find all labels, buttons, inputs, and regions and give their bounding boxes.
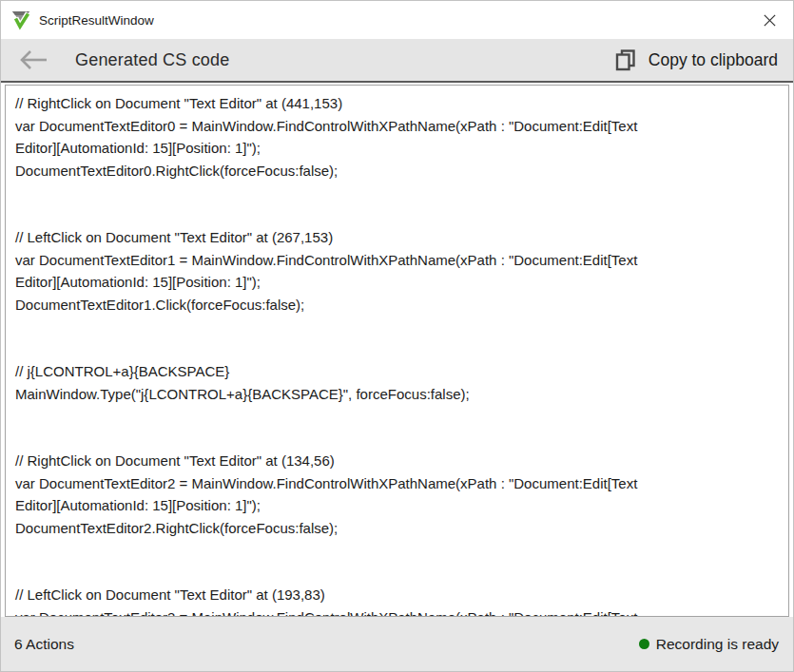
code-line: MainWindow.Type("j{LCONTROL+a}{BACKSPACE… [15,383,779,406]
recording-status: Recording is ready [639,636,779,653]
code-line [15,338,779,361]
code-line: // LeftClick on Document "Text Editor" a… [15,584,779,606]
window-title: ScriptResultWindow [39,13,154,28]
script-result-window: ScriptResultWindow Generated CS code [0,0,794,672]
back-button[interactable] [18,46,50,74]
code-line: Editor][AutomationId: 15][Position: 1]")… [15,137,779,160]
code-line: var DocumentTextEditor0 = MainWindow.Fin… [15,115,779,138]
code-line: DocumentTextEditor1.Click(forceFocus:fal… [15,294,779,317]
code-line [15,428,779,451]
copy-button-label: Copy to clipboard [649,50,778,70]
code-line: Editor][AutomationId: 15][Position: 1]")… [15,271,779,294]
back-arrow-icon [18,48,50,71]
header-bar: Generated CS code Copy to clipboard [1,39,793,83]
status-bar: 6 Actions Recording is ready [1,617,793,671]
code-line [15,204,779,227]
page-title: Generated CS code [75,50,230,70]
code-line [15,316,779,338]
code-line: DocumentTextEditor2.RightClick(forceFocu… [15,517,779,540]
code-line: DocumentTextEditor0.RightClick(forceFocu… [15,160,779,182]
code-line [15,405,779,428]
code-line: var DocumentTextEditor3 = MainWindow.Fin… [15,606,779,618]
code-line [15,182,779,204]
code-line: Editor][AutomationId: 15][Position: 1]")… [15,494,779,517]
code-line [15,539,779,562]
code-line: // RightClick on Document "Text Editor" … [15,450,779,472]
close-icon [763,13,777,28]
recording-status-text: Recording is ready [656,636,779,653]
app-logo-checkmark-icon [10,10,31,30]
code-line: var DocumentTextEditor2 = MainWindow.Fin… [15,472,779,495]
code-line: // j{LCONTROL+a}{BACKSPACE} [15,360,779,383]
generated-code-view[interactable]: // RightClick on Document "Text Editor" … [5,85,789,617]
code-line [15,562,779,585]
copy-icon [614,48,637,71]
code-line: var DocumentTextEditor1 = MainWindow.Fin… [15,249,779,272]
code-line: // LeftClick on Document "Text Editor" a… [15,226,779,249]
copy-to-clipboard-button[interactable]: Copy to clipboard [614,48,778,71]
title-bar: ScriptResultWindow [1,1,793,39]
close-button[interactable] [755,6,784,34]
code-line: // RightClick on Document "Text Editor" … [15,92,779,115]
actions-count: 6 Actions [14,636,74,653]
green-status-dot-icon [639,639,649,649]
